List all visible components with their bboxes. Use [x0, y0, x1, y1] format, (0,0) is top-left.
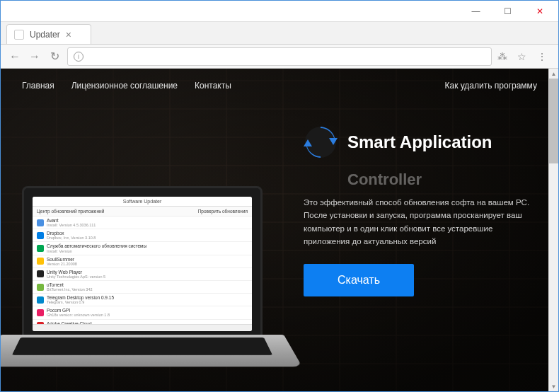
- app-name: uTorrent: [47, 282, 93, 287]
- app-name: Pocom GPI: [47, 308, 110, 313]
- list-item: uTorrentBitTorrent Inc, Version 342: [33, 281, 252, 294]
- tab-title: Updater: [30, 30, 60, 40]
- app-version: Dropbox, Inc, Version 3.10.8: [47, 236, 96, 240]
- page-viewport: Главная Лицензионное соглашение Контакты…: [1, 69, 558, 391]
- app-name: Dropbox: [47, 231, 96, 236]
- bookmark-icon[interactable]: ☆: [517, 51, 531, 62]
- app-titlebar: Software Updater: [33, 197, 252, 207]
- download-button[interactable]: Скачать: [304, 264, 414, 296]
- product-subtitle: Controller: [347, 171, 537, 189]
- site-info-icon[interactable]: i: [74, 52, 83, 62]
- laptop-base: [1, 335, 302, 367]
- maximize-button[interactable]: ☐: [492, 1, 524, 21]
- list-item: AvantInstall: Version 4.5.3036.111: [33, 217, 252, 229]
- app-version: Gh18s version: unknown version 1.8: [47, 313, 110, 317]
- nav-uninstall[interactable]: Как удалить программу: [444, 81, 537, 91]
- app-icon: [37, 258, 44, 265]
- list-item: SoullSummerVersion 21.20008: [33, 255, 252, 268]
- hero-content: Smart Application Controller Это эффекти…: [304, 125, 537, 296]
- back-icon[interactable]: ←: [8, 50, 22, 63]
- section-title: Центр обновлений приложений: [37, 209, 104, 214]
- product-title: Smart Application: [347, 133, 492, 151]
- list-item: Telegram Desktop version 0.9.15Telegram,…: [33, 294, 252, 306]
- app-version: Version 21.20008: [47, 262, 77, 266]
- app-version: Install: Version: [47, 249, 146, 253]
- app-section-header: Центр обновлений приложений Проверить об…: [33, 207, 252, 217]
- app-icon: [37, 296, 44, 304]
- app-name: SoullSummer: [47, 257, 77, 262]
- url-input[interactable]: i: [67, 47, 492, 66]
- close-button[interactable]: ✕: [524, 1, 555, 21]
- app-name: Telegram Desktop version 0.9.15: [47, 295, 114, 300]
- nav-contacts[interactable]: Контакты: [195, 81, 231, 91]
- list-item: Pocom GPIGh18s version: unknown version …: [33, 306, 252, 319]
- app-icon: [37, 232, 44, 239]
- minimize-button[interactable]: —: [460, 1, 492, 21]
- scrollbar-track[interactable]: [549, 163, 558, 381]
- app-version: Telegram, Version 0.9: [47, 300, 114, 304]
- app-name: Avant: [47, 218, 96, 223]
- logo-row: Smart Application: [304, 125, 537, 159]
- app-icon: [37, 284, 44, 291]
- app-icon: [37, 219, 44, 226]
- menu-icon[interactable]: ⋮: [537, 51, 551, 62]
- app-version: BitTorrent Inc, Version 342: [47, 287, 93, 292]
- check-updates-link: Проверить обновления: [198, 209, 248, 214]
- svg-point-0: [305, 127, 336, 158]
- app-list: AvantInstall: Version 4.5.3036.111Dropbo…: [33, 217, 252, 324]
- list-item: Служба автоматического обновления систем…: [33, 242, 252, 255]
- product-logo-icon: [304, 125, 338, 159]
- app-name: Unity Web Player: [47, 270, 105, 275]
- app-window-screenshot: Software Updater Центр обновлений прилож…: [33, 197, 252, 331]
- app-icon: [37, 245, 44, 252]
- favicon-icon: [14, 30, 24, 40]
- hero-description: Это эффективный способ обновления софта …: [304, 196, 537, 248]
- browser-window: — ☐ ✕ Updater × ← → ↻ i ⁂ ☆ ⋮ Главная Ли…: [0, 0, 559, 392]
- browser-tab[interactable]: Updater ×: [6, 24, 91, 44]
- app-icon: [37, 309, 44, 316]
- address-bar: ← → ↻ i ⁂ ☆ ⋮: [1, 45, 558, 69]
- vertical-scrollbar[interactable]: ▲ ▼: [548, 69, 558, 391]
- nav-home[interactable]: Главная: [22, 81, 54, 91]
- app-statusbar: [33, 324, 252, 331]
- app-version: Unity Technologies ApS: version 5: [47, 275, 105, 279]
- site-nav: Главная Лицензионное соглашение Контакты…: [1, 69, 558, 103]
- translate-icon[interactable]: ⁂: [497, 51, 512, 62]
- app-name: Служба автоматического обновления систем…: [47, 243, 146, 248]
- nav-license[interactable]: Лицензионное соглашение: [71, 81, 178, 91]
- app-icon: [37, 270, 44, 277]
- laptop-illustration: Software Updater Центр обновлений прилож…: [1, 186, 298, 391]
- app-version: Install: Version 4.5.3036.111: [47, 223, 96, 227]
- scroll-down-icon[interactable]: ▼: [549, 381, 558, 391]
- window-titlebar: — ☐ ✕: [1, 1, 558, 22]
- laptop-screen: Software Updater Центр обновлений прилож…: [22, 186, 263, 342]
- tab-bar: Updater ×: [1, 22, 558, 45]
- forward-icon[interactable]: →: [28, 50, 42, 63]
- close-tab-icon[interactable]: ×: [66, 29, 71, 40]
- reload-icon[interactable]: ↻: [47, 50, 62, 63]
- list-item: DropboxDropbox, Inc, Version 3.10.8: [33, 229, 252, 242]
- list-item: Unity Web PlayerUnity Technologies ApS: …: [33, 268, 252, 281]
